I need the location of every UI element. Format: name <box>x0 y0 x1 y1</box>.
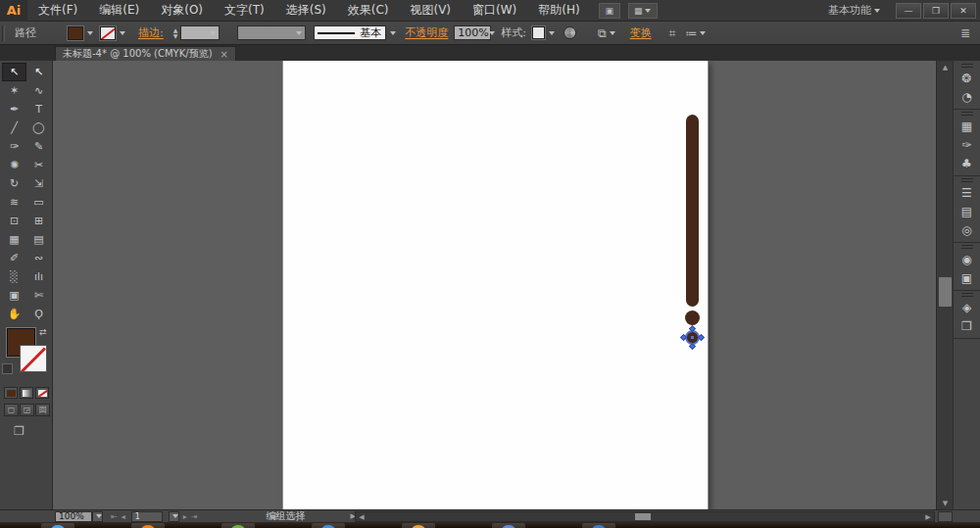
magic-wand-tool[interactable]: ✶ <box>2 81 26 100</box>
symbol-sprayer-tool[interactable]: ░ <box>2 267 26 286</box>
horizontal-scroll-thumb[interactable] <box>635 513 651 520</box>
taskbar-item-7[interactable] <box>582 523 615 528</box>
color-button[interactable] <box>4 387 18 399</box>
transform-panel-link[interactable]: 变换 <box>630 25 652 40</box>
mesh-tool[interactable]: ▦ <box>2 230 26 249</box>
restore-button[interactable]: ❐ <box>923 3 949 19</box>
hand-tool[interactable]: ✋ <box>2 305 26 323</box>
scale-tool[interactable]: ⇲ <box>26 174 51 193</box>
bridge-icon[interactable]: ▣ <box>599 3 620 19</box>
zoom-dropdown[interactable] <box>92 511 103 522</box>
dock-group-grip[interactable] <box>961 293 973 297</box>
perspective-grid-tool[interactable]: ⊞ <box>26 212 51 230</box>
transparency-panel-button[interactable]: ◎ <box>956 220 979 239</box>
direct-selection-tool[interactable]: ↖ <box>26 63 51 81</box>
artboard-tool[interactable]: ▣ <box>2 286 26 305</box>
menu-item-5[interactable]: 选择(S) <box>275 0 337 21</box>
scroll-right-icon[interactable]: ▶ <box>923 512 933 521</box>
variable-width-profile-dropdown[interactable] <box>237 25 306 40</box>
taskbar-item-6[interactable] <box>492 523 525 528</box>
layers-panel-button[interactable]: ◈ <box>956 298 979 316</box>
lasso-tool[interactable]: ∿ <box>26 81 51 100</box>
taskbar-item-5[interactable] <box>402 523 435 528</box>
color-panel-button[interactable]: ❂ <box>956 69 979 87</box>
zoom-tool[interactable]: Ϙ <box>26 305 51 323</box>
minimize-button[interactable]: — <box>896 3 921 19</box>
paintbrush-tool[interactable]: ✑ <box>2 137 26 156</box>
default-fill-stroke-icon[interactable] <box>2 363 13 374</box>
blob-brush-tool[interactable]: ✺ <box>2 156 26 174</box>
menu-item-2[interactable]: 编辑(E) <box>88 0 150 21</box>
column-graph-tool[interactable]: ılı <box>26 267 51 286</box>
artboards-panel-button[interactable]: ❐ <box>956 316 979 335</box>
artboard-number-field[interactable]: 1 <box>131 511 163 522</box>
pen-tool[interactable]: ✒ <box>2 100 26 119</box>
stroke-weight-field[interactable] <box>180 25 220 40</box>
menu-item-9[interactable]: 帮助(H) <box>527 0 590 21</box>
horizontal-scrollbar[interactable]: ◀ ▶ <box>355 511 935 522</box>
artwork-exclamation-bar[interactable] <box>686 115 699 307</box>
gradient-tool[interactable]: ▤ <box>26 230 51 249</box>
menu-item-4[interactable]: 文字(T) <box>214 0 275 21</box>
color-guide-panel-button[interactable]: ◔ <box>956 87 979 106</box>
stroke-panel-link[interactable]: 描边: <box>138 25 164 40</box>
menu-item-1[interactable]: 文件(F) <box>27 0 88 21</box>
first-artboard-icon[interactable]: ⇤ <box>111 512 118 521</box>
opacity-field[interactable]: 100% <box>454 25 491 40</box>
opacity-panel-link[interactable]: 不透明度 <box>405 25 448 40</box>
dock-group-grip[interactable] <box>961 245 973 249</box>
arrange-documents-icon[interactable]: ▦ <box>628 3 658 19</box>
selected-artwork-dot[interactable] <box>684 329 701 346</box>
blend-tool[interactable]: ∾ <box>26 249 51 267</box>
stroke-swatch[interactable] <box>20 345 47 372</box>
line-segment-tool[interactable]: ╱ <box>2 119 26 137</box>
zoom-level-field[interactable]: 100% <box>55 511 92 522</box>
free-transform-tool[interactable]: ▭ <box>26 193 51 212</box>
graphic-style-swatch[interactable] <box>532 26 545 39</box>
appearance-panel-button[interactable]: ◉ <box>956 250 979 268</box>
prev-artboard-icon[interactable]: ◂ <box>122 512 125 521</box>
fill-color-dropdown[interactable] <box>83 26 94 40</box>
stroke-color-swatch[interactable] <box>100 26 116 40</box>
brush-definition-dropdown[interactable]: 基本 <box>314 25 386 40</box>
taskbar-item-2[interactable] <box>131 523 165 528</box>
dock-group-grip[interactable] <box>961 178 973 182</box>
select-similar-icon[interactable]: ⧉ <box>598 26 615 40</box>
draw-inside-button[interactable]: 回 <box>35 404 50 416</box>
brush-definition-arrow[interactable] <box>386 26 397 40</box>
swap-fill-stroke-icon[interactable]: ⇄ <box>39 327 47 337</box>
panel-grip[interactable] <box>2 25 5 41</box>
scissors-tool[interactable]: ✂ <box>26 156 51 174</box>
close-button[interactable]: ✕ <box>951 3 976 19</box>
artboard-dropdown[interactable] <box>169 511 179 522</box>
slice-tool[interactable]: ✄ <box>26 286 51 305</box>
draw-normal-button[interactable]: ▢ <box>4 404 19 416</box>
ellipse-tool[interactable]: ◯ <box>26 119 51 137</box>
menu-item-3[interactable]: 对象(O) <box>150 0 214 21</box>
swatches-panel-button[interactable]: ▦ <box>956 117 979 135</box>
dock-group-grip[interactable] <box>961 64 973 68</box>
graphic-style-dropdown[interactable] <box>545 26 556 40</box>
screen-mode-button[interactable]: ❐ <box>14 424 52 438</box>
taskbar-item-3[interactable] <box>221 523 255 528</box>
pencil-tool[interactable]: ✎ <box>26 137 51 156</box>
document-tab[interactable]: 未标题-4* @ 100% (CMYK/预览) × <box>55 46 236 61</box>
next-artboard-icon[interactable]: ▸ <box>183 512 187 521</box>
scroll-left-icon[interactable]: ◀ <box>357 512 367 521</box>
dock-group-grip[interactable] <box>961 112 973 116</box>
brushes-panel-button[interactable]: ✑ <box>956 135 979 154</box>
artwork-dot[interactable] <box>685 311 700 325</box>
tab-close-icon[interactable]: × <box>220 49 228 60</box>
stroke-color-dropdown[interactable] <box>116 26 126 40</box>
recolor-artwork-icon[interactable] <box>564 26 576 39</box>
windows-taskbar[interactable] <box>0 522 980 528</box>
scroll-down-icon[interactable]: ▼ <box>937 497 954 509</box>
bounding-box-icon[interactable]: ⌗ <box>669 26 676 40</box>
selection-tool[interactable]: ↖ <box>2 63 26 81</box>
gradient-button[interactable] <box>20 387 33 399</box>
artboard[interactable] <box>282 61 709 509</box>
taskbar-item-1[interactable] <box>41 523 74 528</box>
gradient-panel-button[interactable]: ▤ <box>956 202 979 220</box>
draw-behind-button[interactable]: ◲ <box>20 404 34 416</box>
graphic-styles-panel-button[interactable]: ▣ <box>956 268 979 287</box>
